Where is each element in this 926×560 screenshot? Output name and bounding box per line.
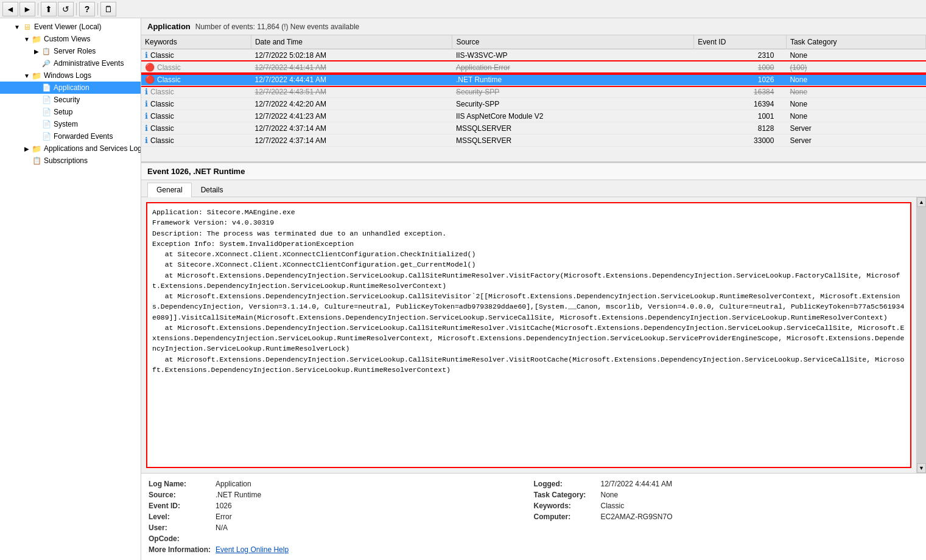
app-services-toggle[interactable]: ▶ [22, 144, 32, 153]
admin-events-label: Administrative Events [54, 59, 124, 68]
cell-taskcategory: None [786, 86, 925, 98]
cell-source: Application Error [452, 61, 694, 74]
tree-root: ▼ 🖥 Event Viewer (Local) ▼ 📁 Custom View… [0, 18, 141, 169]
sidebar-item-app-services[interactable]: ▶ 📁 Applications and Services Log [0, 142, 141, 155]
windows-logs-label: Windows Logs [44, 71, 91, 80]
root-toggle[interactable]: ▼ [12, 22, 22, 32]
col-source[interactable]: Source [452, 35, 694, 49]
table-row[interactable]: ℹ Classic 12/7/2022 4:41:23 AM IIS AspNe… [141, 110, 926, 122]
table-row[interactable]: 🔴 Classic 12/7/2022 4:41:41 AM Applicati… [141, 61, 926, 74]
prop-taskcategory: Task Category: None [534, 489, 919, 500]
scroll-down[interactable]: ▼ [917, 463, 926, 473]
event-table-area[interactable]: Keywords Date and Time Source Event ID T… [141, 35, 926, 163]
app-title: Application [147, 22, 191, 31]
keywords-value: Classic [601, 502, 625, 510]
col-datetime[interactable]: Date and Time [251, 35, 452, 49]
custom-views-toggle[interactable]: ▼ [22, 34, 32, 44]
task-category-label: Task Category: [534, 491, 601, 499]
cell-datetime: 12/7/2022 4:41:23 AM [251, 110, 452, 122]
cell-eventid: 16394 [694, 98, 787, 110]
sidebar-item-windows-logs[interactable]: ▼ 📁 Windows Logs [0, 69, 141, 82]
refresh-button[interactable]: ↺ [58, 2, 74, 16]
event-text-box[interactable]: Application: Sitecore.MAEngine.exe Frame… [146, 202, 911, 468]
cell-datetime: 12/7/2022 5:02:18 AM [251, 49, 452, 61]
sidebar-item-server-roles[interactable]: ▶ 📋 Server Roles [0, 45, 141, 57]
subs-label: Subscriptions [44, 156, 88, 165]
table-row[interactable]: ℹ Classic 12/7/2022 4:43:51 AM Security-… [141, 86, 926, 98]
event-log-link[interactable]: Event Log Online Help [216, 545, 289, 554]
right-panel: Application Number of events: 11,864 (!)… [141, 18, 926, 560]
custom-views-label: Custom Views [44, 35, 90, 43]
cell-keywords: 🔴 Classic [141, 61, 251, 74]
scroll-track[interactable] [917, 207, 926, 463]
col-eventid[interactable]: Event ID [694, 35, 787, 49]
cell-datetime: 12/7/2022 4:43:51 AM [251, 86, 452, 98]
keywords-label: Keywords: [534, 502, 601, 510]
prop-opcode: OpCode: [149, 533, 534, 544]
sidebar-item-setup[interactable]: ▶ 📄 Setup [0, 106, 141, 118]
sidebar-item-application[interactable]: ▶ 📄 Application [0, 82, 141, 94]
cell-taskcategory: None [786, 49, 925, 61]
table-row[interactable]: 🔴 Classic 12/7/2022 4:44:41 AM .NET Runt… [141, 74, 926, 86]
system-label: System [54, 120, 78, 128]
cell-taskcategory: (100) [786, 61, 925, 74]
tab-details[interactable]: Details [192, 183, 233, 197]
tree-root-item[interactable]: ▼ 🖥 Event Viewer (Local) [0, 21, 141, 33]
app-subtitle: Number of events: 11,864 (!) New events … [195, 23, 359, 31]
col-keywords[interactable]: Keywords [141, 35, 251, 49]
prop-keywords: Keywords: Classic [534, 500, 919, 511]
cell-keywords: ℹ Classic [141, 49, 251, 61]
up-button[interactable]: ⬆ [41, 2, 57, 16]
tab-general[interactable]: General [147, 183, 192, 197]
table-row[interactable]: ℹ Classic 12/7/2022 4:37:14 AM MSSQLSERV… [141, 122, 926, 135]
logged-label: Logged: [534, 480, 601, 488]
cell-source: MSSQLSERVER [452, 122, 694, 135]
event-text-wrapper: Application: Sitecore.MAEngine.exe Frame… [141, 197, 926, 473]
help-button[interactable]: ? [79, 2, 95, 16]
toolbar-separator-2 [76, 3, 77, 15]
cell-source: Security-SPP [452, 86, 694, 98]
scrollbar[interactable]: ▲ ▼ [916, 197, 926, 473]
cell-source: .NET Runtime [452, 74, 694, 86]
sidebar-item-subscriptions[interactable]: ▶ 📋 Subscriptions [0, 155, 141, 167]
info-icon: ℹ [145, 124, 148, 133]
cell-datetime: 12/7/2022 4:37:14 AM [251, 135, 452, 147]
server-roles-toggle[interactable]: ▶ [32, 46, 41, 56]
windows-logs-toggle[interactable]: ▼ [22, 71, 32, 80]
prop-computer: Computer: EC2AMAZ-RG9SN7O [534, 511, 919, 522]
prop-moreinfo: More Information: Event Log Online Help [149, 544, 919, 555]
computer-value: EC2AMAZ-RG9SN7O [601, 513, 673, 521]
sidebar-item-system[interactable]: ▶ 📄 System [0, 118, 141, 130]
app-services-label: Applications and Services Log [44, 144, 141, 153]
detail-content: Application: Sitecore.MAEngine.exe Frame… [141, 197, 926, 473]
sidebar-item-security[interactable]: ▶ 📄 Security [0, 94, 141, 106]
sidebar-item-admin-events[interactable]: ▶ 🔎 Administrative Events [0, 57, 141, 69]
root-label: Event Viewer (Local) [34, 23, 102, 31]
sidebar-item-forwarded-events[interactable]: ▶ 📄 Forwarded Events [0, 130, 141, 142]
cell-keywords: ℹ Classic [141, 110, 251, 122]
level-value: Error [216, 513, 232, 521]
back-button[interactable]: ◄ [2, 2, 18, 16]
prop-user: User: N/A [149, 522, 534, 533]
export-button[interactable]: 🗒 [100, 2, 116, 16]
forward-button[interactable]: ► [19, 2, 35, 16]
table-row[interactable]: ℹ Classic 12/7/2022 4:42:20 AM Security-… [141, 98, 926, 110]
subs-icon: 📋 [32, 156, 41, 166]
sidebar-item-custom-views[interactable]: ▼ 📁 Custom Views [0, 33, 141, 45]
cell-taskcategory: None [786, 110, 925, 122]
prop-grid: Log Name: Application Source: .NET Runti… [149, 478, 919, 544]
cell-eventid: 8128 [694, 122, 787, 135]
table-row[interactable]: ℹ Classic 12/7/2022 5:02:18 AM IIS-W3SVC… [141, 49, 926, 61]
log-name-label: Log Name: [149, 480, 216, 488]
table-row[interactable]: ℹ Classic 12/7/2022 4:37:14 AM MSSQLSERV… [141, 135, 926, 147]
cell-taskcategory: None [786, 98, 925, 110]
col-taskcategory[interactable]: Task Category [786, 35, 925, 49]
prop-col1: Log Name: Application Source: .NET Runti… [149, 478, 534, 544]
scroll-up[interactable]: ▲ [917, 197, 926, 207]
computer-label: Computer: [534, 513, 601, 521]
cell-datetime: 12/7/2022 4:37:14 AM [251, 122, 452, 135]
source-label: Source: [149, 491, 216, 499]
toolbar-separator-3 [97, 3, 98, 15]
error-icon: 🔴 [145, 63, 155, 72]
custom-views-folder-icon: 📁 [32, 34, 41, 44]
